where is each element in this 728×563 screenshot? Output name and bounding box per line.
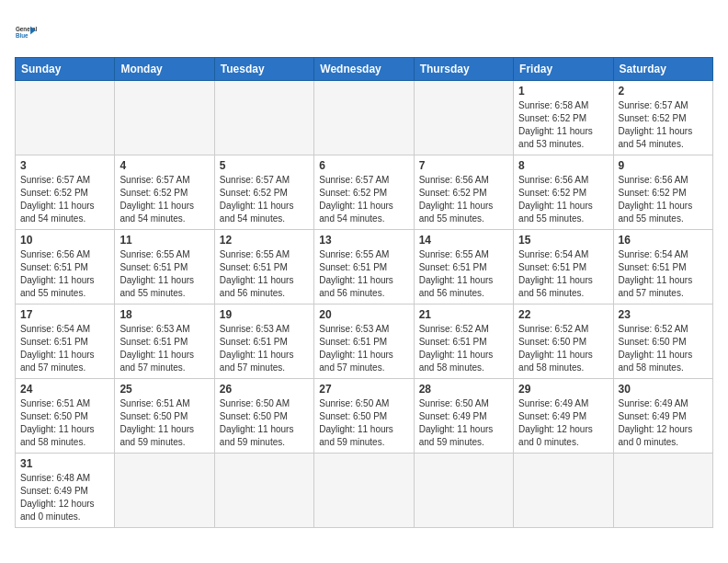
calendar-cell: 25Sunrise: 6:51 AMSunset: 6:50 PMDayligh… xyxy=(115,379,214,454)
day-number: 15 xyxy=(518,234,608,247)
day-number: 10 xyxy=(20,234,109,247)
day-info: Sunrise: 6:48 AMSunset: 6:49 PMDaylight:… xyxy=(20,472,109,523)
calendar-cell xyxy=(514,454,613,528)
day-number: 23 xyxy=(619,308,708,321)
day-number: 29 xyxy=(518,383,608,396)
calendar-cell: 30Sunrise: 6:49 AMSunset: 6:49 PMDayligh… xyxy=(613,379,712,454)
calendar-cell: 5Sunrise: 6:57 AMSunset: 6:52 PMDaylight… xyxy=(214,155,313,230)
day-number: 7 xyxy=(419,159,508,172)
day-number: 30 xyxy=(619,383,708,396)
calendar: SundayMondayTuesdayWednesdayThursdayFrid… xyxy=(15,57,713,528)
calendar-cell: 1Sunrise: 6:58 AMSunset: 6:52 PMDaylight… xyxy=(514,81,613,155)
day-info: Sunrise: 6:57 AMSunset: 6:52 PMDaylight:… xyxy=(119,174,209,225)
logo-icon: General Blue xyxy=(15,15,48,48)
day-info: Sunrise: 6:50 AMSunset: 6:50 PMDaylight:… xyxy=(220,397,309,449)
day-info: Sunrise: 6:57 AMSunset: 6:52 PMDaylight:… xyxy=(20,174,109,225)
day-info: Sunrise: 6:55 AMSunset: 6:51 PMDaylight:… xyxy=(319,248,408,300)
calendar-week-row: 17Sunrise: 6:54 AMSunset: 6:51 PMDayligh… xyxy=(16,304,713,379)
day-info: Sunrise: 6:52 AMSunset: 6:51 PMDaylight:… xyxy=(419,323,508,374)
day-info: Sunrise: 6:53 AMSunset: 6:51 PMDaylight:… xyxy=(319,323,408,374)
day-number: 4 xyxy=(119,159,209,172)
logo: General Blue xyxy=(15,15,48,48)
svg-text:Blue: Blue xyxy=(16,32,28,39)
day-info: Sunrise: 6:52 AMSunset: 6:50 PMDaylight:… xyxy=(518,323,608,374)
day-info: Sunrise: 6:56 AMSunset: 6:52 PMDaylight:… xyxy=(619,174,708,225)
calendar-cell: 27Sunrise: 6:50 AMSunset: 6:50 PMDayligh… xyxy=(314,379,414,454)
calendar-cell xyxy=(214,81,313,155)
calendar-week-row: 3Sunrise: 6:57 AMSunset: 6:52 PMDaylight… xyxy=(16,155,713,230)
calendar-cell: 7Sunrise: 6:56 AMSunset: 6:52 PMDaylight… xyxy=(414,155,513,230)
day-info: Sunrise: 6:54 AMSunset: 6:51 PMDaylight:… xyxy=(518,248,608,300)
calendar-cell: 22Sunrise: 6:52 AMSunset: 6:50 PMDayligh… xyxy=(514,304,613,379)
dow-header: Tuesday xyxy=(214,58,313,81)
header: General Blue xyxy=(15,15,713,48)
day-number: 19 xyxy=(220,308,309,321)
day-info: Sunrise: 6:58 AMSunset: 6:52 PMDaylight:… xyxy=(518,99,608,151)
day-number: 26 xyxy=(220,383,309,396)
calendar-cell xyxy=(314,81,414,155)
dow-header: Wednesday xyxy=(314,58,414,81)
day-info: Sunrise: 6:54 AMSunset: 6:51 PMDaylight:… xyxy=(20,323,109,374)
calendar-cell: 18Sunrise: 6:53 AMSunset: 6:51 PMDayligh… xyxy=(115,304,214,379)
day-number: 8 xyxy=(518,159,608,172)
day-number: 9 xyxy=(619,159,708,172)
day-info: Sunrise: 6:56 AMSunset: 6:52 PMDaylight:… xyxy=(419,174,508,225)
dow-header: Monday xyxy=(115,58,214,81)
day-info: Sunrise: 6:50 AMSunset: 6:50 PMDaylight:… xyxy=(319,397,408,449)
day-info: Sunrise: 6:51 AMSunset: 6:50 PMDaylight:… xyxy=(20,397,109,449)
calendar-cell: 13Sunrise: 6:55 AMSunset: 6:51 PMDayligh… xyxy=(314,230,414,304)
dow-header: Thursday xyxy=(414,58,513,81)
day-number: 6 xyxy=(319,159,408,172)
calendar-cell: 16Sunrise: 6:54 AMSunset: 6:51 PMDayligh… xyxy=(613,230,712,304)
calendar-cell: 2Sunrise: 6:57 AMSunset: 6:52 PMDaylight… xyxy=(613,81,712,155)
day-info: Sunrise: 6:52 AMSunset: 6:50 PMDaylight:… xyxy=(619,323,708,374)
calendar-cell: 31Sunrise: 6:48 AMSunset: 6:49 PMDayligh… xyxy=(16,454,115,528)
day-info: Sunrise: 6:53 AMSunset: 6:51 PMDaylight:… xyxy=(119,323,209,374)
day-info: Sunrise: 6:57 AMSunset: 6:52 PMDaylight:… xyxy=(220,174,309,225)
calendar-cell: 11Sunrise: 6:55 AMSunset: 6:51 PMDayligh… xyxy=(115,230,214,304)
day-info: Sunrise: 6:55 AMSunset: 6:51 PMDaylight:… xyxy=(220,248,309,300)
day-number: 11 xyxy=(119,234,209,247)
calendar-cell xyxy=(314,454,414,528)
calendar-cell: 26Sunrise: 6:50 AMSunset: 6:50 PMDayligh… xyxy=(214,379,313,454)
calendar-cell: 12Sunrise: 6:55 AMSunset: 6:51 PMDayligh… xyxy=(214,230,313,304)
day-number: 28 xyxy=(419,383,508,396)
day-info: Sunrise: 6:56 AMSunset: 6:52 PMDaylight:… xyxy=(518,174,608,225)
day-number: 22 xyxy=(518,308,608,321)
day-info: Sunrise: 6:53 AMSunset: 6:51 PMDaylight:… xyxy=(220,323,309,374)
day-number: 5 xyxy=(220,159,309,172)
calendar-cell: 29Sunrise: 6:49 AMSunset: 6:49 PMDayligh… xyxy=(514,379,613,454)
calendar-cell: 23Sunrise: 6:52 AMSunset: 6:50 PMDayligh… xyxy=(613,304,712,379)
day-info: Sunrise: 6:49 AMSunset: 6:49 PMDaylight:… xyxy=(619,397,708,449)
days-of-week-row: SundayMondayTuesdayWednesdayThursdayFrid… xyxy=(16,58,713,81)
calendar-week-row: 24Sunrise: 6:51 AMSunset: 6:50 PMDayligh… xyxy=(16,379,713,454)
day-info: Sunrise: 6:50 AMSunset: 6:49 PMDaylight:… xyxy=(419,397,508,449)
day-number: 1 xyxy=(518,85,608,98)
day-number: 27 xyxy=(319,383,408,396)
day-info: Sunrise: 6:57 AMSunset: 6:52 PMDaylight:… xyxy=(319,174,408,225)
calendar-cell: 24Sunrise: 6:51 AMSunset: 6:50 PMDayligh… xyxy=(16,379,115,454)
calendar-cell: 14Sunrise: 6:55 AMSunset: 6:51 PMDayligh… xyxy=(414,230,513,304)
calendar-cell: 9Sunrise: 6:56 AMSunset: 6:52 PMDaylight… xyxy=(613,155,712,230)
day-number: 16 xyxy=(619,234,708,247)
day-number: 12 xyxy=(220,234,309,247)
calendar-cell: 6Sunrise: 6:57 AMSunset: 6:52 PMDaylight… xyxy=(314,155,414,230)
calendar-week-row: 10Sunrise: 6:56 AMSunset: 6:51 PMDayligh… xyxy=(16,230,713,304)
calendar-cell: 20Sunrise: 6:53 AMSunset: 6:51 PMDayligh… xyxy=(314,304,414,379)
dow-header: Sunday xyxy=(16,58,115,81)
day-number: 31 xyxy=(20,457,109,470)
day-info: Sunrise: 6:56 AMSunset: 6:51 PMDaylight:… xyxy=(20,248,109,300)
calendar-cell xyxy=(414,454,513,528)
day-info: Sunrise: 6:54 AMSunset: 6:51 PMDaylight:… xyxy=(619,248,708,300)
day-number: 14 xyxy=(419,234,508,247)
day-number: 2 xyxy=(619,85,708,98)
calendar-week-row: 1Sunrise: 6:58 AMSunset: 6:52 PMDaylight… xyxy=(16,81,713,155)
day-info: Sunrise: 6:57 AMSunset: 6:52 PMDaylight:… xyxy=(619,99,708,151)
dow-header: Friday xyxy=(514,58,613,81)
calendar-cell: 21Sunrise: 6:52 AMSunset: 6:51 PMDayligh… xyxy=(414,304,513,379)
day-number: 3 xyxy=(20,159,109,172)
calendar-cell: 3Sunrise: 6:57 AMSunset: 6:52 PMDaylight… xyxy=(16,155,115,230)
day-number: 21 xyxy=(419,308,508,321)
calendar-cell xyxy=(115,81,214,155)
calendar-cell xyxy=(214,454,313,528)
